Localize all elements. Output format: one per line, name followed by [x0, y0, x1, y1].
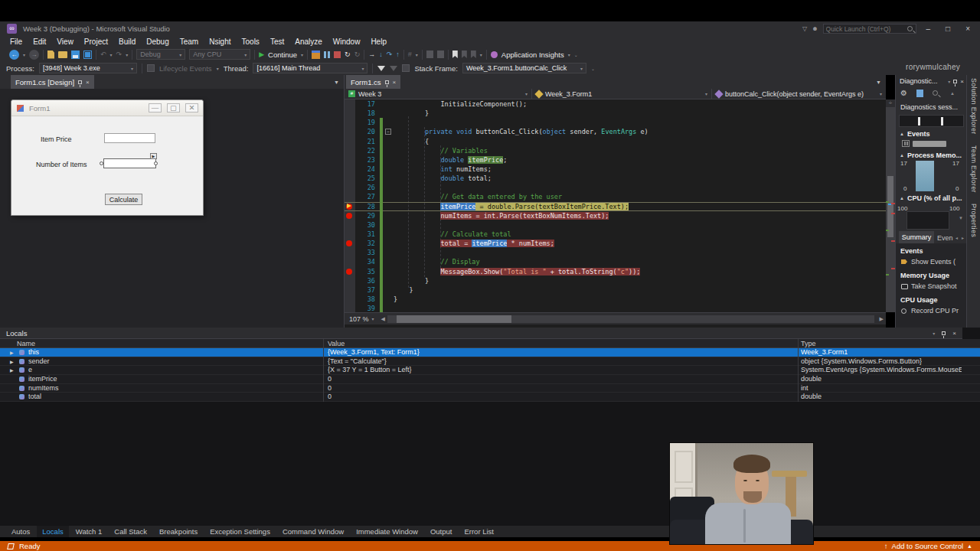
step-out-icon[interactable]: ↑ [396, 51, 400, 58]
glyph-margin[interactable] [345, 211, 355, 220]
glyph-margin[interactable] [345, 127, 355, 136]
num-items-label[interactable]: Number of Items [36, 161, 87, 168]
panel-tab-immediate-window[interactable]: Immediate Window [351, 526, 423, 537]
menu-file[interactable]: File [5, 37, 28, 46]
application-insights-icon[interactable] [491, 51, 498, 58]
panel-tab-output[interactable]: Output [425, 526, 458, 537]
nav-project-dropdown[interactable]: # Week 3▾ [345, 89, 532, 99]
scrollbar-split-icon[interactable]: ÷ [886, 99, 895, 107]
navigate-forward-icon[interactable]: → [29, 50, 39, 60]
toggle-bookmark-icon[interactable] [452, 51, 458, 58]
undo-icon[interactable]: ↶ [100, 51, 106, 58]
show-events-link[interactable]: Show Events ( [911, 258, 956, 266]
pin-icon[interactable] [385, 80, 389, 84]
column-header-type[interactable]: Type [801, 340, 816, 347]
glyph-margin[interactable] [345, 239, 355, 248]
window-menu-chevron-icon[interactable]: ▾ [933, 331, 935, 336]
feedback-icon[interactable]: ☻ [812, 25, 818, 32]
tab-scroll-left-icon[interactable]: ◂ [956, 235, 958, 240]
breakpoint-icon[interactable] [346, 269, 352, 275]
menu-view[interactable]: View [51, 37, 79, 46]
next-bookmark-icon[interactable] [471, 51, 476, 58]
code-line-34[interactable]: 34 // Display [345, 257, 886, 266]
glyph-margin[interactable] [345, 165, 355, 174]
code-line-29[interactable]: 29 numItems = int.Parse(textBoxNumItems.… [345, 211, 886, 220]
glyph-margin[interactable] [345, 118, 355, 127]
panel-tab-exception-settings[interactable]: Exception Settings [204, 526, 276, 537]
glyph-margin[interactable] [345, 155, 355, 165]
glyph-margin[interactable] [345, 267, 355, 276]
tab-summary[interactable]: Summary [899, 231, 934, 243]
flag-icon[interactable] [402, 64, 410, 72]
panel-tab-call-stack[interactable]: Call Stack [109, 526, 152, 537]
code-line-26[interactable]: 26 [345, 183, 886, 192]
solution-platform-dropdown[interactable]: Any CPU▾ [189, 49, 250, 60]
glyph-margin[interactable] [345, 109, 355, 118]
column-divider[interactable] [798, 339, 799, 402]
code-line-19[interactable]: 19 [345, 118, 886, 127]
glyph-margin[interactable] [345, 146, 355, 155]
code-line-39[interactable]: 39 [345, 304, 886, 312]
restore-button[interactable]: □ [940, 24, 956, 33]
expander-icon[interactable]: ▶ [10, 367, 14, 373]
menu-project[interactable]: Project [79, 37, 113, 46]
menu-team[interactable]: Team [175, 37, 204, 46]
restart-icon[interactable]: ↻ [345, 51, 351, 58]
fold-toggle-icon[interactable]: − [385, 129, 391, 135]
open-file-icon[interactable] [58, 51, 67, 58]
glyph-margin[interactable] [345, 202, 355, 211]
add-to-source-control-button[interactable]: Add to Source Control [892, 542, 963, 550]
collapse-triangle-icon[interactable]: ▲ [900, 153, 904, 158]
code-line-23[interactable]: 23 double itemPrice; [345, 155, 886, 165]
code-line-27[interactable]: 27 // Get data entered by the user [345, 192, 886, 201]
locals-row-total[interactable]: total0double [0, 393, 980, 402]
scroll-left-icon[interactable]: ◀ [379, 316, 387, 322]
code-line-20[interactable]: 20− private void buttonCalc_Click(object… [345, 127, 886, 136]
glyph-margin[interactable] [345, 257, 355, 266]
menu-edit[interactable]: Edit [28, 37, 51, 46]
window-menu-chevron-icon[interactable]: ▾ [948, 79, 950, 84]
continue-play-icon[interactable]: ▶ [259, 51, 264, 58]
back-history-chevron-icon[interactable]: ▾ [23, 52, 25, 57]
tablist-chevron-icon[interactable]: ▼ [876, 80, 881, 85]
code-line-37[interactable]: 37 } [345, 285, 886, 295]
code-line-17[interactable]: 17 InitializeComponent(); [345, 99, 886, 109]
code-line-21[interactable]: 21 { [345, 137, 886, 146]
locals-row-numItems[interactable]: numItems0int [0, 384, 980, 393]
panel-tab-locals[interactable]: Locals [37, 526, 68, 537]
cpu-section-header[interactable]: CPU (% of all p... [907, 194, 962, 202]
zoom-dropdown[interactable]: 107 %▾ [345, 315, 379, 323]
winforms-designer-form[interactable]: Form1 — ▢ ✕ Item Price Number of Items ▶… [11, 99, 204, 216]
collapse-triangle-icon[interactable]: ▲ [900, 132, 904, 136]
nav-method-dropdown[interactable]: buttonCalc_Click(object sender, EventArg… [712, 89, 886, 99]
panel-tab-autos[interactable]: Autos [6, 526, 35, 537]
navigate-back-icon[interactable]: ← [9, 50, 19, 60]
close-icon[interactable]: × [952, 330, 956, 337]
code-line-35[interactable]: 35 MessageBox.Show("Total is " + total.T… [345, 267, 886, 276]
breakpoint-icon[interactable] [346, 213, 352, 219]
collapse-triangle-icon[interactable]: ▲ [900, 196, 904, 201]
continue-chevron-icon[interactable]: ▾ [301, 52, 303, 57]
tab-events[interactable]: Even [937, 234, 953, 242]
expander-icon[interactable]: ▶ [10, 359, 14, 364]
scrollbar-thumb[interactable] [887, 176, 893, 237]
stack-frame-dropdown[interactable]: Week_3.Form1.buttonCalc_Click▾ [462, 63, 586, 73]
selection-handle-right[interactable] [154, 161, 158, 165]
record-cpu-link[interactable]: Record CPU Pr [911, 307, 959, 315]
continue-button[interactable]: Continue [268, 51, 297, 59]
expander-icon[interactable]: ▶ [10, 350, 14, 355]
show-next-statement-icon[interactable]: → [368, 51, 375, 58]
code-line-32[interactable]: 32 total = itemPrice * numItems; [345, 239, 886, 248]
events-section-header[interactable]: Events [907, 130, 930, 138]
side-tab-team-explorer[interactable]: Team Explorer [970, 145, 978, 193]
tab-form1-cs[interactable]: Form1.cs × [346, 75, 400, 89]
quick-launch-input[interactable] [824, 25, 907, 33]
glyph-margin[interactable] [345, 248, 355, 257]
hex-display-icon[interactable]: # [408, 51, 412, 58]
code-line-24[interactable]: 24 int numItems; [345, 165, 886, 174]
glyph-margin[interactable] [345, 295, 355, 304]
panel-tab-watch-1[interactable]: Watch 1 [70, 526, 108, 537]
code-line-33[interactable]: 33 [345, 248, 886, 257]
notifications-filter-icon[interactable]: ▽ [802, 25, 807, 32]
code-editor[interactable]: 17 InitializeComponent();18 }1920− priva… [345, 99, 886, 312]
